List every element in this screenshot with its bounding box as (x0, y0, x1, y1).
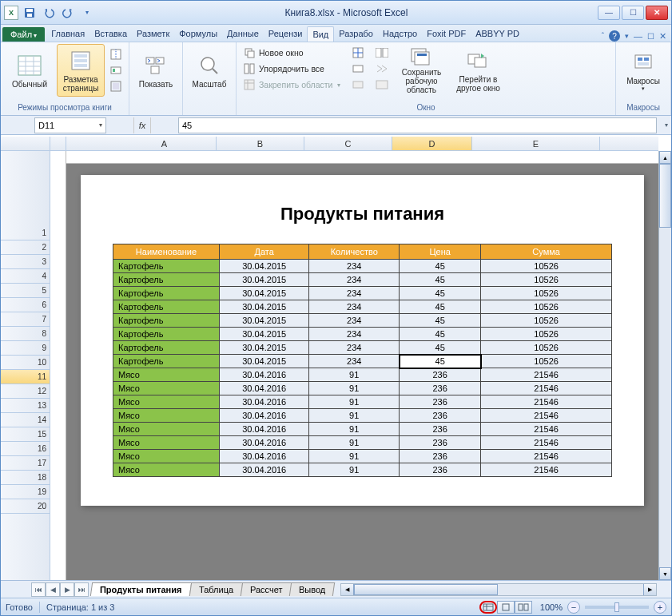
table-cell[interactable]: 234 (309, 355, 400, 368)
row-header[interactable]: 4 (1, 269, 50, 284)
table-cell[interactable]: 234 (309, 287, 400, 300)
table-cell[interactable]: 30.04.2016 (219, 395, 309, 409)
table-cell[interactable]: Мясо (113, 395, 220, 409)
unhide-button[interactable] (350, 77, 366, 92)
row-header[interactable]: 3 (1, 255, 50, 269)
tab-prev-icon[interactable]: ◀ (46, 582, 60, 597)
table-cell[interactable]: 236 (400, 382, 481, 395)
table-cell[interactable]: 91 (309, 409, 400, 423)
row-header[interactable]: 18 (1, 471, 50, 485)
row-header[interactable]: 16 (1, 442, 50, 456)
table-cell[interactable]: 21546 (481, 450, 612, 463)
ribbon-tab[interactable]: ABBYY PD (471, 26, 524, 42)
table-cell[interactable]: 21546 (481, 436, 612, 450)
table-cell[interactable]: 21546 (481, 368, 612, 382)
table-cell[interactable]: 91 (309, 382, 400, 395)
table-cell[interactable]: 91 (309, 436, 400, 450)
name-box-dropdown-icon[interactable]: ▾ (99, 121, 102, 129)
table-cell[interactable]: Картофель (113, 260, 220, 273)
table-cell[interactable]: 234 (309, 328, 400, 341)
ribbon-tab[interactable]: Вид (307, 26, 334, 42)
page-layout-status-icon[interactable] (497, 601, 515, 614)
fx-button[interactable]: fx (133, 117, 151, 133)
save-workspace-button[interactable]: Сохранить рабочую область (393, 44, 449, 97)
row-header[interactable]: 13 (1, 399, 50, 413)
table-cell[interactable]: 91 (309, 423, 400, 436)
custom-views-button[interactable] (108, 63, 124, 77)
table-cell[interactable]: 236 (400, 436, 481, 450)
file-tab[interactable]: Файл (2, 27, 45, 42)
macros-button[interactable]: Макросы ▾ (621, 44, 666, 97)
vertical-scrollbar[interactable]: ▲ ▼ (658, 151, 671, 580)
sheet-tab[interactable]: Рассчет (240, 582, 292, 596)
doc-minimize-icon[interactable]: — (634, 31, 642, 41)
table-cell[interactable]: Картофель (113, 355, 220, 368)
table-cell[interactable]: 21546 (481, 423, 612, 436)
page-canvas[interactable]: Продукты питания НаименованиеДатаКоличес… (66, 151, 658, 580)
ribbon-tab[interactable]: Вставка (89, 26, 132, 42)
doc-restore-icon[interactable]: ☐ (647, 32, 654, 41)
ribbon-minimize-icon[interactable]: ˆ (602, 32, 604, 41)
zoom-in-button[interactable]: + (654, 601, 666, 614)
table-cell[interactable]: 30.04.2016 (219, 436, 309, 450)
table-cell[interactable]: Мясо (113, 423, 220, 436)
tab-next-icon[interactable]: ▶ (60, 582, 74, 597)
table-header[interactable]: Цена (400, 244, 481, 260)
sheet-tab[interactable]: Продукты питания (90, 582, 192, 596)
table-cell[interactable]: Картофель (113, 273, 220, 287)
column-header[interactable]: A (113, 137, 217, 150)
table-cell[interactable]: 30.04.2015 (219, 260, 309, 273)
table-cell[interactable]: 10526 (481, 341, 612, 355)
table-cell[interactable]: Мясо (113, 368, 220, 382)
page-layout-button[interactable]: Разметка страницы (57, 44, 105, 97)
ribbon-options-icon[interactable]: ▾ (625, 32, 629, 40)
ribbon-tab[interactable]: Foxit PDF (422, 26, 471, 42)
doc-close-icon[interactable]: ✕ (659, 31, 666, 42)
horizontal-scrollbar[interactable]: ◀ ▶ (340, 583, 657, 596)
row-header[interactable]: 17 (1, 456, 50, 471)
ribbon-tab[interactable]: Главная (46, 26, 89, 42)
table-cell[interactable]: 30.04.2015 (219, 328, 309, 341)
table-cell[interactable]: Мясо (113, 382, 220, 395)
tab-first-icon[interactable]: ⏮ (31, 582, 46, 597)
table-cell[interactable]: 45 (400, 300, 481, 314)
formula-expand-icon[interactable]: ▾ (662, 121, 671, 129)
row-header[interactable]: 11 (1, 370, 50, 384)
ribbon-tab[interactable]: Данные (222, 26, 264, 42)
hide-button[interactable] (350, 62, 366, 76)
maximize-button[interactable]: ☐ (622, 6, 644, 20)
row-header[interactable]: 2 (1, 240, 50, 255)
qat-dropdown-icon[interactable]: ▾ (79, 5, 95, 21)
table-cell[interactable]: 30.04.2016 (219, 382, 309, 395)
table-cell[interactable]: 234 (309, 341, 400, 355)
table-cell[interactable]: 236 (400, 450, 481, 463)
table-cell[interactable]: 30.04.2016 (219, 423, 309, 436)
normal-view-button[interactable]: Обычный (6, 44, 54, 97)
table-cell[interactable]: 10526 (481, 314, 612, 328)
table-cell[interactable]: 234 (309, 273, 400, 287)
table-header[interactable]: Сумма (481, 244, 612, 260)
formula-input[interactable]: 45 (178, 117, 657, 133)
table-cell[interactable]: Мясо (113, 436, 220, 450)
row-header[interactable]: 15 (1, 427, 50, 442)
column-header[interactable]: D (392, 137, 472, 150)
table-header[interactable]: Дата (219, 244, 309, 260)
table-cell[interactable]: 234 (309, 314, 400, 328)
table-cell[interactable]: Картофель (113, 341, 220, 355)
close-button[interactable]: ✕ (646, 6, 668, 20)
column-header[interactable]: E (472, 137, 600, 150)
hscroll-thumb[interactable] (354, 584, 498, 595)
table-cell[interactable]: Картофель (113, 300, 220, 314)
table-cell[interactable]: 30.04.2016 (219, 368, 309, 382)
row-header[interactable]: 5 (1, 284, 50, 298)
table-cell[interactable]: Мясо (113, 450, 220, 463)
sheet-tab[interactable]: Таблица (189, 582, 243, 596)
table-cell[interactable]: 236 (400, 368, 481, 382)
table-cell[interactable]: 234 (309, 300, 400, 314)
tab-last-icon[interactable]: ⏭ (74, 582, 89, 597)
table-cell[interactable]: 236 (400, 423, 481, 436)
table-cell[interactable]: 45 (400, 355, 481, 368)
table-cell[interactable]: 234 (309, 260, 400, 273)
table-cell[interactable]: 45 (400, 273, 481, 287)
redo-icon[interactable] (60, 5, 76, 21)
